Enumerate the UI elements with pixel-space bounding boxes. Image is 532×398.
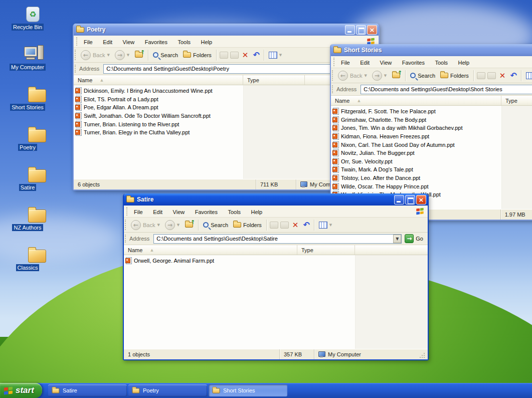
address-input[interactable]: C:\Documents and Settings\Guest\Desktop\… [153, 234, 402, 244]
file-row[interactable]: Nixon, Carl. The Last Good Day of Autumn… [331, 140, 532, 149]
start-button[interactable]: start [0, 383, 42, 398]
menu-item[interactable]: Edit [149, 208, 166, 216]
forward-button[interactable]: → ▼ [370, 71, 389, 81]
desktop-icon[interactable]: Recycle Bin [0, 2, 55, 42]
views-button[interactable]: ▼ [266, 52, 284, 59]
move-to-button[interactable] [477, 72, 485, 79]
desktop-icon[interactable]: Classics [0, 243, 55, 283]
file-row[interactable]: Kidman, Fiona. Heaven Freezes.ppt [331, 132, 532, 141]
toolbar-grip[interactable] [75, 65, 77, 73]
delete-button[interactable]: ✕ [290, 221, 301, 230]
window-titlebar[interactable]: Satire × [124, 193, 428, 206]
address-input[interactable]: C:\Documents and Settings\Guest\Desktop\… [361, 85, 532, 94]
move-to-button[interactable] [270, 222, 278, 229]
file-row[interactable]: Novitz, Julian. The Bugger.ppt [331, 149, 532, 157]
taskbar-window-button[interactable]: Short Stories [209, 384, 287, 396]
toolbar-grip[interactable] [75, 50, 77, 60]
window-titlebar[interactable]: Poetry × [74, 24, 379, 36]
column-header-type[interactable]: Type [243, 75, 305, 85]
column-header-name[interactable]: Name ▲ [74, 75, 243, 85]
file-list[interactable]: Orwell, George. Animal Farm.ppt [124, 255, 428, 349]
menu-item[interactable]: Tools [173, 38, 195, 46]
go-button[interactable]: → Go [402, 234, 426, 243]
up-button[interactable]: ↑ [132, 52, 146, 58]
desktop-icon[interactable]: NZ Authors [0, 203, 55, 243]
column-header-type[interactable]: Type [501, 96, 532, 105]
toolbar-grip[interactable] [332, 70, 334, 80]
column-header-name[interactable]: Name ▲ [124, 245, 297, 255]
file-row[interactable]: Grimshaw, Charlotte. The Body.ppt [331, 116, 532, 124]
menu-item[interactable]: Edit [99, 38, 116, 46]
forward-button[interactable]: → ▼ [162, 220, 182, 230]
menu-item[interactable]: Help [454, 59, 474, 67]
window-titlebar[interactable]: Short Stories × [331, 44, 532, 56]
folders-button[interactable]: Folders [438, 73, 471, 79]
taskbar-window-button[interactable]: Satire [48, 384, 127, 396]
menu-item[interactable]: Help [197, 38, 217, 46]
menu-item[interactable]: View [376, 59, 396, 67]
undo-button[interactable]: ↶ [508, 71, 518, 80]
back-button[interactable]: ← Back ▼ [128, 220, 162, 230]
search-button[interactable]: Search [201, 222, 231, 228]
toolbar-grip[interactable] [125, 235, 127, 243]
copy-to-button[interactable] [280, 222, 289, 229]
address-input[interactable]: C:\Documents and Settings\Guest\Desktop\… [103, 64, 352, 74]
taskbar-window-button[interactable]: Poetry [128, 384, 207, 396]
file-row[interactable]: Wilde, Oscar. The Happy Prince.ppt [331, 182, 532, 190]
undo-button[interactable]: ↶ [251, 50, 261, 60]
back-button[interactable]: ← Back ▼ [335, 71, 370, 81]
delete-button[interactable]: ✕ [497, 71, 508, 80]
up-button[interactable]: ↑ [389, 73, 403, 78]
desktop-icon[interactable]: Satire [0, 162, 55, 203]
delete-button[interactable]: ✕ [240, 51, 251, 60]
menu-item[interactable]: Edit [356, 59, 374, 67]
menu-item[interactable]: Tools [224, 208, 245, 216]
search-button[interactable]: Search [408, 73, 438, 79]
desktop-icon[interactable]: Short Stories [0, 82, 55, 122]
minimize-button[interactable] [345, 25, 355, 35]
column-header-name[interactable]: Name ▲ [331, 96, 501, 105]
up-button[interactable]: ↑ [182, 222, 196, 228]
menu-item[interactable]: Help [247, 208, 267, 216]
desktop-icon[interactable]: My Computer [0, 42, 55, 82]
folders-button[interactable]: Folders [231, 222, 264, 228]
views-button[interactable]: ▼ [316, 222, 334, 229]
forward-button[interactable]: → ▼ [112, 50, 132, 60]
file-row[interactable]: Orwell, George. Animal Farm.ppt [124, 257, 428, 265]
copy-to-button[interactable] [487, 72, 496, 79]
menu-item[interactable]: Tools [431, 59, 452, 67]
desktop-icon[interactable]: Poetry [0, 122, 55, 162]
toolbar-grip[interactable] [333, 58, 335, 66]
toolbar-grip[interactable] [332, 85, 334, 94]
undo-button[interactable]: ↶ [301, 220, 311, 230]
file-row[interactable]: Jones, Tim. Win a day with Mikhail Gorba… [331, 124, 532, 132]
file-row[interactable]: Fitzgerald, F. Scott. The Ice Palace.ppt [331, 107, 532, 116]
menu-item[interactable]: File [80, 38, 97, 46]
menu-item[interactable]: View [169, 208, 189, 216]
search-button[interactable]: Search [150, 52, 181, 58]
toolbar-grip[interactable] [76, 37, 78, 45]
toolbar-grip[interactable] [125, 220, 127, 230]
menu-item[interactable]: Favorites [191, 208, 222, 216]
file-row[interactable]: Orr, Sue. Velocity.ppt [331, 157, 532, 166]
move-to-button[interactable] [220, 52, 228, 59]
menu-item[interactable]: Favorites [141, 38, 171, 46]
back-button[interactable]: ← Back ▼ [78, 50, 112, 60]
menu-item[interactable]: Favorites [398, 59, 429, 67]
toolbar-grip[interactable] [126, 207, 128, 215]
maximize-button[interactable] [405, 195, 415, 205]
file-row[interactable]: Tolstoy, Leo. After the Dance.ppt [331, 174, 532, 182]
address-dropdown-button[interactable]: ▼ [393, 235, 401, 243]
menu-item[interactable]: View [119, 38, 139, 46]
menu-item[interactable]: File [130, 208, 147, 216]
minimize-button[interactable] [394, 195, 404, 205]
column-header-type[interactable]: Type [297, 245, 355, 255]
close-button[interactable]: × [416, 195, 426, 205]
resize-grip[interactable] [420, 352, 427, 359]
folders-button[interactable]: Folders [181, 52, 214, 58]
close-button[interactable]: × [367, 25, 377, 35]
file-row[interactable]: Twain, Mark. A Dog's Tale.ppt [331, 165, 532, 174]
menu-item[interactable]: File [337, 59, 354, 67]
maximize-button[interactable] [356, 25, 366, 35]
views-button[interactable]: ▼ [523, 72, 532, 79]
